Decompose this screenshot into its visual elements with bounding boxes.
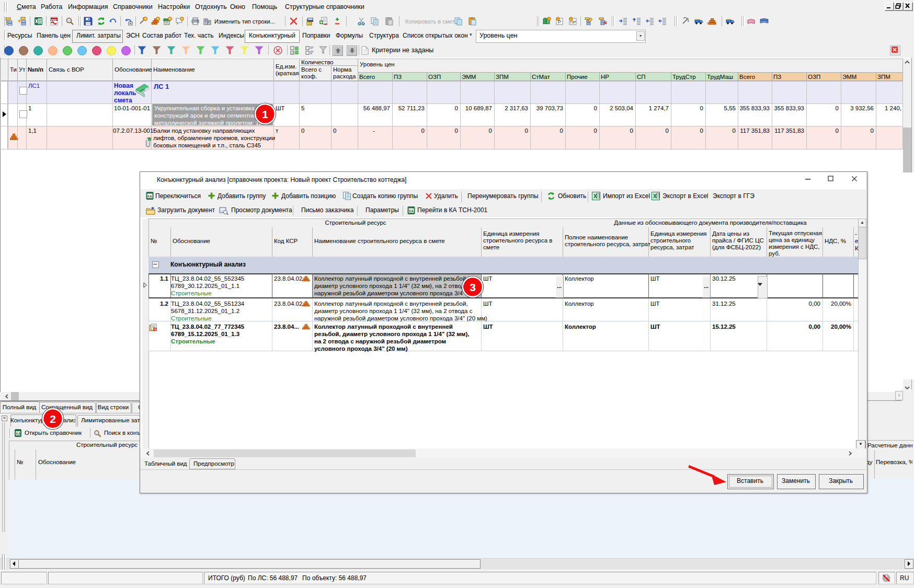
svg-text:2: 2	[50, 413, 56, 425]
svg-text:КА: КА	[16, 432, 21, 435]
svg-text:PDF: PDF	[51, 18, 58, 21]
svg-text:КА: КА	[409, 209, 414, 213]
svg-text:1: 1	[262, 108, 268, 120]
svg-text:КА: КА	[147, 194, 152, 198]
svg-text:3: 3	[470, 281, 476, 293]
